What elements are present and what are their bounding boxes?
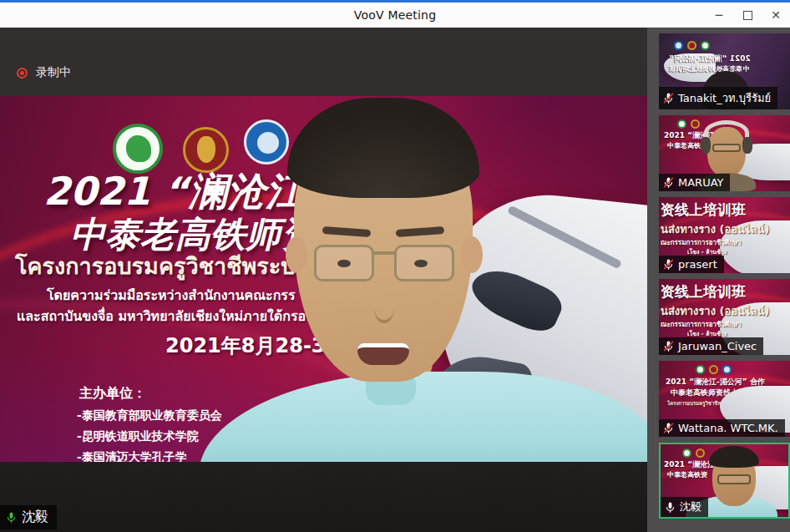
red-logo-icon bbox=[691, 119, 700, 129]
participant-thumbnail-prasert[interactable]: 资线上培训班 นส่งทางราง (ออนไลน์) ณะกรรมการการ… bbox=[659, 197, 790, 273]
window-title: VooV Meeting bbox=[354, 8, 437, 22]
participant-label: 沈毅 bbox=[661, 497, 708, 517]
blue-logo-icon bbox=[722, 365, 732, 374]
microphone-muted-icon bbox=[662, 258, 675, 271]
green-logo-icon bbox=[682, 448, 691, 458]
participant-thumbnail-wattana[interactable]: 2021 “澜沧江-湄公河” 合作 中泰老高铁师资线上培训班 โครงการอบ… bbox=[659, 361, 790, 437]
participant-thumbnail-maruay[interactable]: 2021 “澜沧江 中泰老高铁师 MARUAY bbox=[659, 115, 790, 191]
thumb-poster-line2: นส่งทางราง (ออนไลน์) bbox=[661, 220, 769, 238]
recording-indicator: 录制中 bbox=[17, 65, 71, 80]
red-logo-icon bbox=[696, 448, 705, 458]
window-controls: ─ ✕ bbox=[705, 3, 790, 28]
minimize-button[interactable]: ─ bbox=[705, 3, 733, 28]
red-logo-icon bbox=[687, 41, 696, 50]
speaker-person bbox=[0, 96, 647, 462]
participant-label: MARUAY bbox=[659, 174, 730, 191]
participant-thumbnail-shenyi[interactable]: 2021 “澜沧江-湄 中泰老高铁资 沈毅 bbox=[659, 443, 790, 519]
participant-thumbnail-tanakit[interactable]: 2021 “澜沧江-湄公河” 中泰老高铁师资线上培训班 Tanakit_วท.บ… bbox=[659, 33, 790, 109]
main-speaker-name: 沈毅 bbox=[22, 509, 48, 526]
microphone-muted-icon bbox=[662, 340, 675, 352]
voov-meeting-window: VooV Meeting ─ ✕ 录制中 2021 “澜沧江-湄 中泰老高铁师资… bbox=[0, 0, 790, 532]
participant-label: prasert bbox=[659, 256, 724, 273]
participant-name: Tanakit_วท.บุรีรัมย์ bbox=[678, 89, 771, 107]
participant-label: Jaruwan_Civec bbox=[659, 337, 763, 355]
main-stage: 录制中 2021 “澜沧江-湄 中泰老高铁师资线 โครงการอบรมครูว… bbox=[0, 28, 647, 532]
microphone-muted-icon bbox=[662, 176, 675, 189]
glasses bbox=[712, 144, 741, 152]
thumb-poster-line2: นส่งทางราง (ออนไลน์) bbox=[661, 302, 769, 320]
green-logo-icon bbox=[696, 365, 705, 374]
thumb-poster-line1: 资线上培训班 bbox=[661, 200, 746, 220]
thumb-poster-line1: 2021 “澜沧江-湄公河” bbox=[669, 53, 751, 64]
glasses bbox=[717, 474, 751, 484]
participant-thumbnail-jaruwan[interactable]: 资线上培训班 นส่งทางราง (ออนไลน์) ณะกรรมการการ… bbox=[659, 279, 790, 355]
maximize-button[interactable] bbox=[733, 3, 762, 28]
participant-name: prasert bbox=[678, 258, 717, 271]
participant-name: 沈毅 bbox=[680, 499, 701, 514]
microphone-on-icon bbox=[664, 501, 676, 514]
recording-label: 录制中 bbox=[36, 65, 71, 80]
participant-name: Jaruwan_Civec bbox=[678, 340, 757, 352]
thumb-poster-line2: 中泰老高铁师资线上培训班 bbox=[669, 64, 749, 73]
red-logo-icon bbox=[709, 365, 718, 374]
microphone-muted-icon bbox=[662, 92, 675, 104]
thumb-poster-line2: 中泰老高铁资 bbox=[667, 470, 707, 479]
microphone-on-icon bbox=[5, 510, 18, 524]
blue-logo-icon bbox=[674, 41, 683, 50]
close-button[interactable]: ✕ bbox=[762, 3, 790, 28]
glasses bbox=[314, 245, 454, 283]
participant-name: Wattana. WTC.MK. bbox=[678, 422, 778, 434]
participant-label: Wattana. WTC.MK. bbox=[659, 419, 785, 437]
recording-dot-icon bbox=[17, 68, 28, 79]
titlebar: VooV Meeting ─ ✕ bbox=[0, 0, 790, 28]
maximize-icon bbox=[743, 11, 752, 20]
microphone-muted-icon bbox=[662, 422, 675, 434]
green-logo-icon bbox=[677, 119, 686, 129]
participant-label: Tanakit_วท.บุรีรัมย์ bbox=[659, 87, 777, 109]
main-video-feed[interactable]: 2021 “澜沧江-湄 中泰老高铁师资线 โครงการอบรมครูวิชาช… bbox=[0, 96, 647, 462]
participant-name: MARUAY bbox=[678, 176, 723, 189]
thumb-poster-line1: 资线上培训班 bbox=[661, 282, 746, 301]
main-speaker-name-chip: 沈毅 bbox=[0, 505, 57, 529]
participants-sidebar: 2021 “澜沧江-湄公河” 中泰老高铁师资线上培训班 Tanakit_วท.บ… bbox=[647, 28, 790, 532]
green-logo-icon bbox=[701, 41, 710, 50]
